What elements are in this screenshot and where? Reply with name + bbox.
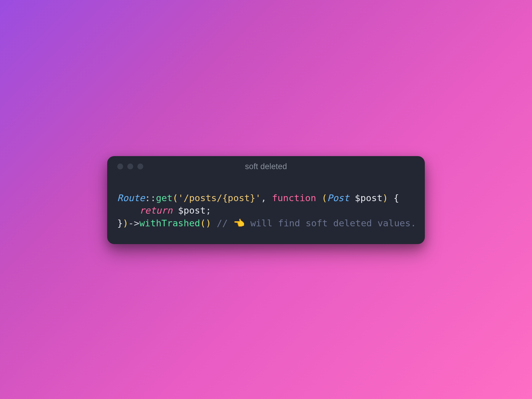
traffic-lights xyxy=(117,164,143,169)
token-scope: :: xyxy=(145,193,156,203)
token-type: Post xyxy=(327,193,349,203)
traffic-light-maximize-icon xyxy=(137,164,143,169)
token-string: '/posts/{post}' xyxy=(178,193,261,203)
token-paren: ( xyxy=(173,193,178,203)
canvas: soft deleted Route::get('/posts/{post}',… xyxy=(78,59,454,340)
token-comma: , xyxy=(261,193,272,203)
token-var: $post xyxy=(355,193,382,203)
code-area: Route::get('/posts/{post}', function (Po… xyxy=(107,177,425,244)
token-semi: ; xyxy=(206,205,211,216)
token-brace: } xyxy=(117,218,123,228)
token-paren: ) xyxy=(123,218,128,228)
token-brace: { xyxy=(393,193,399,203)
token-keyword: return xyxy=(139,205,173,216)
token-space xyxy=(349,193,355,203)
token-comment: will find soft deleted values. xyxy=(245,218,416,228)
token-func: withTrashed xyxy=(139,218,200,228)
token-space xyxy=(388,193,394,203)
token-paren: ) xyxy=(382,193,388,203)
token-comment: // xyxy=(217,218,233,228)
token-arrow: -> xyxy=(128,218,139,228)
token-indent xyxy=(117,205,139,216)
token-keyword: function xyxy=(272,193,316,203)
window-title: soft deleted xyxy=(245,162,287,171)
titlebar: soft deleted xyxy=(107,156,425,177)
token-func: get xyxy=(156,193,173,203)
pointing-hand-icon: 👈 xyxy=(233,218,245,228)
code-block: Route::get('/posts/{post}', function (Po… xyxy=(117,192,415,229)
token-paren: ( xyxy=(200,218,206,228)
traffic-light-minimize-icon xyxy=(127,164,133,169)
token-space xyxy=(173,205,178,216)
token-var: $post xyxy=(178,205,205,216)
token-class: Route xyxy=(117,193,145,203)
token-space xyxy=(211,218,217,228)
code-window: soft deleted Route::get('/posts/{post}',… xyxy=(107,156,425,244)
traffic-light-close-icon xyxy=(117,164,123,169)
token-paren: ( xyxy=(322,193,327,203)
token-paren: ) xyxy=(206,218,211,228)
token-space xyxy=(316,193,322,203)
